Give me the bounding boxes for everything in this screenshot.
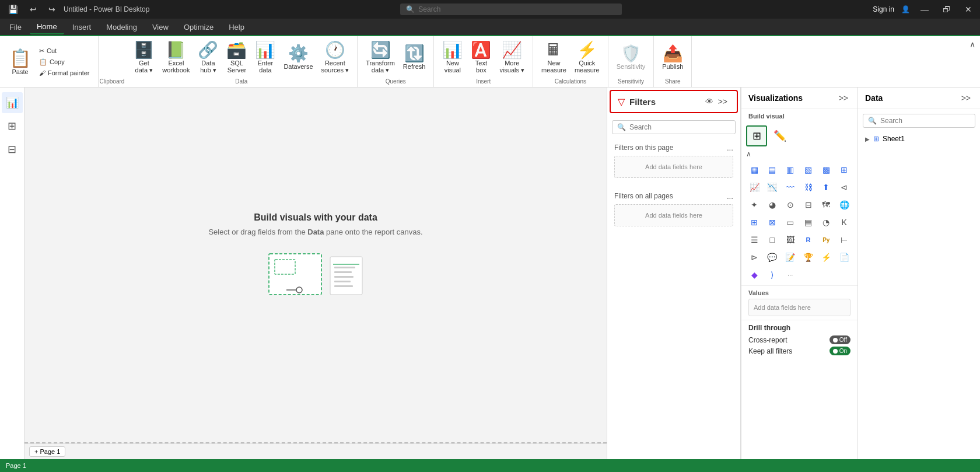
menu-help[interactable]: Help bbox=[222, 20, 251, 34]
add-page-button[interactable]: + Page 1 bbox=[29, 446, 65, 457]
copy-button[interactable]: 📋 Copy bbox=[36, 57, 93, 67]
data-search-input[interactable] bbox=[880, 117, 970, 125]
filters-expand-button[interactable]: >> bbox=[716, 96, 730, 107]
viz-stacked-bar-100[interactable]: ▥ bbox=[782, 162, 799, 178]
format-painter-button[interactable]: 🖌 Format painter bbox=[36, 68, 93, 78]
enter-data-button[interactable]: 📊 Enterdata bbox=[251, 40, 279, 76]
viz-qa[interactable]: 💬 bbox=[764, 249, 780, 265]
viz-stacked-col[interactable]: ▩ bbox=[818, 162, 834, 178]
sidebar-report-icon[interactable]: 📊 bbox=[2, 92, 23, 113]
viz-filled-map[interactable]: 🌐 bbox=[836, 197, 852, 213]
menu-home[interactable]: Home bbox=[30, 20, 64, 34]
more-visuals-button[interactable]: 📈 Morevisuals ▾ bbox=[496, 40, 528, 76]
ribbon-collapse-button[interactable]: ∧ bbox=[967, 39, 978, 50]
viz-stacked-bar[interactable]: ▦ bbox=[746, 162, 762, 178]
viz-100-col[interactable]: ⊞ bbox=[836, 162, 852, 178]
viz-waterfall[interactable]: ⬆ bbox=[818, 179, 834, 195]
menu-view[interactable]: View bbox=[145, 20, 176, 34]
viz-decomp[interactable]: ⊢ bbox=[836, 232, 852, 248]
cut-button[interactable]: ✂ Cut bbox=[36, 46, 93, 56]
minimize-button[interactable]: — bbox=[917, 4, 932, 15]
maximize-button[interactable]: 🗗 bbox=[939, 4, 954, 15]
dataverse-button[interactable]: ⚙️ Dataverse bbox=[280, 43, 316, 72]
viz-pen-icon[interactable]: ✏️ bbox=[769, 125, 790, 146]
viz-map[interactable]: 🗺 bbox=[818, 197, 834, 213]
quick-measure-button[interactable]: ⚡ Quickmeasure bbox=[571, 40, 603, 76]
data-hub-button[interactable]: 🔗 Datahub ▾ bbox=[194, 40, 222, 76]
transform-data-button[interactable]: 🔄 Transformdata ▾ bbox=[362, 40, 398, 76]
paste-button[interactable]: 📋 Paste bbox=[5, 39, 36, 85]
filters-search-box[interactable]: 🔍 bbox=[612, 120, 736, 134]
viz-slicer[interactable]: ☰ bbox=[746, 232, 762, 248]
filters-all-more-button[interactable]: ... bbox=[727, 192, 733, 201]
viz-table2[interactable]: ⊞ bbox=[746, 214, 762, 230]
sidebar-model-icon[interactable]: ⊟ bbox=[2, 139, 23, 160]
viz-image[interactable]: 🖼 bbox=[782, 232, 799, 248]
viz-line-area[interactable]: 〰 bbox=[782, 179, 799, 195]
viz-azure[interactable]: ⟩ bbox=[764, 267, 780, 283]
menu-file[interactable]: File bbox=[2, 20, 29, 34]
save-button[interactable]: 💾 bbox=[5, 4, 22, 15]
viz-automate[interactable]: ⚡ bbox=[818, 249, 834, 265]
viz-narrative[interactable]: 📝 bbox=[782, 249, 799, 265]
global-search-bar[interactable]: 🔍 bbox=[400, 4, 622, 15]
data-search-box[interactable]: 🔍 bbox=[863, 114, 975, 128]
viz-diamond[interactable]: ◆ bbox=[746, 267, 762, 283]
get-data-button[interactable]: 🗄️ Getdata ▾ bbox=[130, 40, 158, 76]
viz-metrics[interactable]: 🏆 bbox=[800, 249, 817, 265]
undo-button[interactable]: ↩ bbox=[26, 4, 40, 15]
viz-ribbon[interactable]: ⛓ bbox=[800, 179, 817, 195]
global-search-input[interactable] bbox=[418, 5, 616, 13]
viz-py[interactable]: Py bbox=[818, 232, 834, 248]
close-button[interactable]: ✕ bbox=[961, 4, 975, 15]
publish-button[interactable]: 📤 Publish bbox=[659, 43, 687, 72]
viz-table-icon[interactable]: ⊞ bbox=[746, 125, 767, 146]
viz-donut[interactable]: ⊙ bbox=[782, 197, 799, 213]
viz-matrix[interactable]: ⊠ bbox=[764, 214, 780, 230]
menu-modeling[interactable]: Modeling bbox=[99, 20, 144, 34]
viz-card[interactable]: ▭ bbox=[782, 214, 799, 230]
viz-shape[interactable]: □ bbox=[764, 232, 780, 248]
viz-keep-filters-toggle[interactable]: On bbox=[830, 347, 850, 355]
filters-eye-button[interactable]: 👁 bbox=[705, 96, 713, 107]
viz-pie[interactable]: ◕ bbox=[764, 197, 780, 213]
dataverse-icon: ⚙️ bbox=[288, 46, 309, 62]
get-data-icon: 🗄️ bbox=[134, 42, 154, 58]
filters-page-more-button[interactable]: ... bbox=[727, 144, 733, 152]
viz-scatter[interactable]: ✦ bbox=[746, 197, 762, 213]
text-box-button[interactable]: 🅰️ Textbox bbox=[467, 40, 495, 76]
viz-paginated[interactable]: 📄 bbox=[836, 249, 852, 265]
viz-cross-report-toggle[interactable]: Off bbox=[830, 335, 850, 344]
user-avatar[interactable]: 👤 bbox=[901, 5, 910, 13]
filter-funnel-icon: ▽ bbox=[618, 96, 625, 107]
recent-sources-button[interactable]: 🕐 Recentsources ▾ bbox=[318, 40, 353, 76]
viz-line[interactable]: 📈 bbox=[746, 179, 762, 195]
menu-insert[interactable]: Insert bbox=[65, 20, 99, 34]
excel-workbook-button[interactable]: 📗 Excelworkbook bbox=[159, 40, 193, 76]
viz-more[interactable]: ··· bbox=[782, 267, 799, 283]
new-measure-button[interactable]: 🖩 Newmeasure bbox=[538, 40, 570, 76]
viz-clustered-bar[interactable]: ▤ bbox=[764, 162, 780, 178]
sidebar-data-icon[interactable]: ⊞ bbox=[2, 116, 23, 137]
viz-collapse-button[interactable]: ∧ bbox=[746, 150, 751, 158]
viz-key-inf[interactable]: ⊳ bbox=[746, 249, 762, 265]
refresh-button[interactable]: 🔃 Refresh bbox=[400, 43, 429, 72]
sensitivity-button[interactable]: 🛡️ Sensitivity bbox=[613, 43, 649, 72]
new-visual-button[interactable]: 📊 Newvisual bbox=[439, 40, 466, 76]
viz-clustered-col[interactable]: ▧ bbox=[800, 162, 817, 178]
data-expand-button[interactable]: >> bbox=[959, 92, 973, 104]
viz-expand-button[interactable]: >> bbox=[836, 92, 850, 104]
viz-funnel[interactable]: ⊲ bbox=[836, 179, 852, 195]
viz-gauge[interactable]: ◔ bbox=[818, 214, 834, 230]
report-canvas[interactable]: Build visuals with your data Select or d… bbox=[24, 88, 607, 442]
sql-server-button[interactable]: 🗃️ SQLServer bbox=[223, 40, 250, 76]
viz-treemap[interactable]: ⊟ bbox=[800, 197, 817, 213]
data-sheet1-item[interactable]: ▶ ⊞ Sheet1 bbox=[858, 132, 980, 145]
viz-r[interactable]: R bbox=[800, 232, 817, 248]
menu-optimize[interactable]: Optimize bbox=[177, 20, 220, 34]
viz-area[interactable]: 📉 bbox=[764, 179, 780, 195]
redo-button[interactable]: ↪ bbox=[45, 4, 59, 15]
filters-search-input[interactable] bbox=[629, 123, 730, 131]
viz-multirow-card[interactable]: ▤ bbox=[800, 214, 817, 230]
viz-kpi[interactable]: K bbox=[836, 214, 852, 230]
